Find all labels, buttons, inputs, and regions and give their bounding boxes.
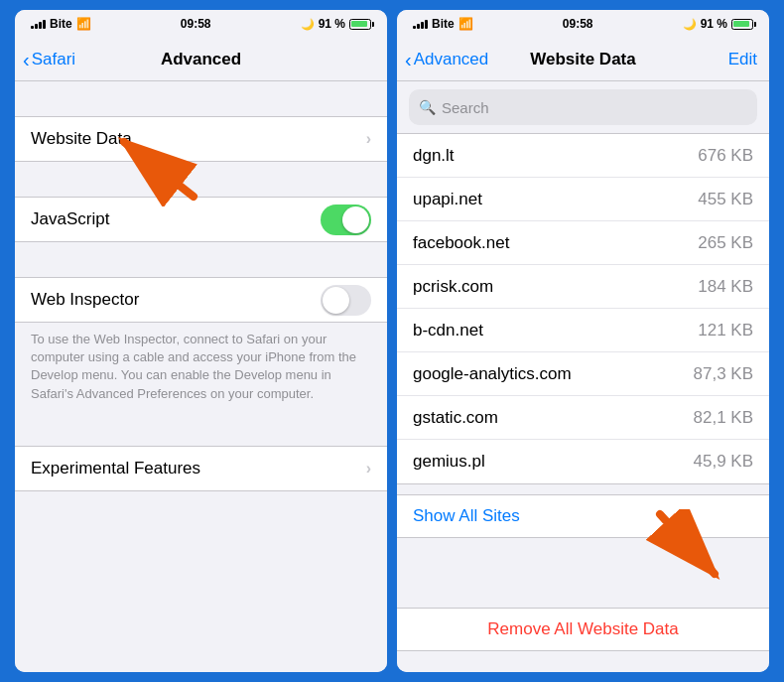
left-nav-title: Advanced [161,50,241,69]
battery-icon [349,19,371,30]
site-size-3: 184 KB [698,277,753,297]
right-nav-title: Website Data [530,50,635,69]
right-signal-bars [413,19,428,29]
right-signal-bar-1 [413,26,416,29]
javascript-group: JavaScript [15,197,387,242]
right-phone-screen: Bite 📶 09:58 🌙 91 % ‹ Advanced Website D… [397,10,769,672]
site-domain-4: b-cdn.net [413,321,698,341]
left-content: Website Data › JavaScript Web Inspector [15,81,387,672]
left-top-gap [15,81,387,116]
signal-bar-3 [39,22,42,29]
wifi-icon: 📶 [76,17,91,31]
right-signal-bar-4 [425,20,428,29]
website-data-chevron: › [366,130,371,148]
website-data-label: Website Data [31,129,366,149]
site-row-4[interactable]: b-cdn.net 121 KB [397,309,769,352]
signal-bars [31,19,46,29]
right-signal-bar-2 [417,24,420,29]
website-data-row[interactable]: Website Data › [15,117,387,161]
experimental-features-row[interactable]: Experimental Features › [15,447,387,490]
gap-1 [15,162,387,197]
site-domain-5: google-analytics.com [413,364,694,384]
web-inspector-description: To use the Web Inspector, connect to Saf… [15,323,387,411]
site-row-3[interactable]: pcrisk.com 184 KB [397,265,769,309]
javascript-row: JavaScript [15,198,387,241]
right-status-bar: Bite 📶 09:58 🌙 91 % [397,10,769,38]
right-status-left: Bite 📶 [413,17,473,31]
right-status-right: 🌙 91 % [683,17,753,31]
show-all-label: Show All Sites [413,506,520,526]
left-status-bar: Bite 📶 09:58 🌙 91 % [15,10,387,38]
site-size-2: 265 KB [698,233,753,253]
web-inspector-label: Web Inspector [31,290,321,310]
site-domain-1: upapi.net [413,190,698,209]
remove-all-row[interactable]: Remove All Website Data [397,608,769,651]
web-inspector-toggle-knob [323,287,349,314]
gap-2 [15,242,387,277]
site-domain-2: facebook.net [413,233,698,253]
left-phone-screen: Bite 📶 09:58 🌙 91 % ‹ Safari Advanced We… [15,10,387,672]
toggle-knob [342,206,369,233]
left-back-button[interactable]: ‹ Safari [23,50,75,69]
site-domain-7: gemius.pl [413,452,694,472]
right-back-label: Advanced [414,50,489,69]
carrier-name: Bite [50,17,72,31]
right-wifi-icon: 📶 [458,17,473,31]
right-status-time: 09:58 [563,17,593,31]
search-placeholder: Search [442,99,489,116]
site-row-5[interactable]: google-analytics.com 87,3 KB [397,352,769,396]
site-size-5: 87,3 KB [694,364,754,384]
site-size-7: 45,9 KB [694,452,754,472]
right-carrier-name: Bite [432,17,455,31]
edit-button[interactable]: Edit [728,50,757,69]
right-back-button[interactable]: ‹ Advanced [405,50,488,69]
javascript-label: JavaScript [31,209,321,229]
site-size-1: 455 KB [698,190,753,209]
signal-bar-2 [35,24,38,29]
site-row-6[interactable]: gstatic.com 82,1 KB [397,396,769,440]
experimental-features-chevron: › [366,460,371,477]
web-inspector-group: Web Inspector [15,277,387,323]
remove-spacer [397,538,769,573]
gap-show-all [397,484,769,494]
right-back-chevron-icon: ‹ [405,50,412,69]
gap-3 [15,411,387,446]
site-row-2[interactable]: facebook.net 265 KB [397,221,769,265]
javascript-toggle[interactable] [321,205,371,235]
web-inspector-toggle[interactable] [321,285,371,316]
site-size-0: 676 KB [698,146,753,166]
search-bar[interactable]: 🔍 Search [409,89,757,125]
battery-percent: 91 % [319,17,345,31]
back-label: Safari [32,50,75,69]
right-nav-bar: ‹ Advanced Website Data Edit [397,38,769,81]
right-battery-icon [731,19,753,30]
show-all-row[interactable]: Show All Sites [397,494,769,538]
left-nav-bar: ‹ Safari Advanced [15,38,387,81]
site-domain-6: gstatic.com [413,408,694,428]
site-domain-0: dgn.lt [413,146,698,166]
web-inspector-row: Web Inspector [15,278,387,322]
signal-bar-1 [31,26,34,29]
sites-table: dgn.lt 676 KB upapi.net 455 KB facebook.… [397,133,769,484]
remove-all-label: Remove All Website Data [487,619,678,639]
site-domain-3: pcrisk.com [413,277,698,297]
site-size-6: 82,1 KB [694,408,754,428]
site-row-7[interactable]: gemius.pl 45,9 KB [397,440,769,483]
website-data-group: Website Data › [15,116,387,162]
status-time: 09:58 [181,17,211,31]
search-icon: 🔍 [419,99,436,115]
signal-bar-4 [43,20,46,29]
right-signal-bar-3 [421,22,424,29]
site-size-4: 121 KB [698,321,753,341]
battery-fill [351,21,366,27]
site-row-1[interactable]: upapi.net 455 KB [397,178,769,221]
experimental-features-label: Experimental Features [31,459,366,478]
experimental-features-group: Experimental Features › [15,446,387,491]
back-chevron-icon: ‹ [23,50,30,69]
right-battery-fill [733,21,748,27]
site-row-0[interactable]: dgn.lt 676 KB [397,134,769,178]
moon-icon: 🌙 [301,18,315,31]
search-container: 🔍 Search [397,81,769,133]
left-status-left: Bite 📶 [31,17,91,31]
left-status-right: 🌙 91 % [301,17,371,31]
